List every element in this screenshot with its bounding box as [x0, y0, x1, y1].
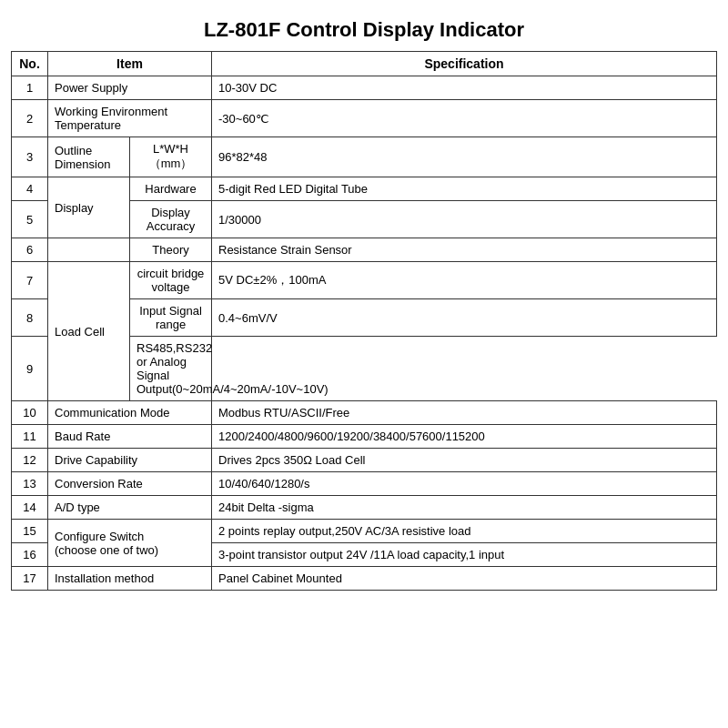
cell-item: A/D type	[48, 496, 212, 520]
cell-spec: 3-point transistor output 24V /11A load …	[212, 543, 717, 567]
page-wrapper: LZ-801F Control Display Indicator No. It…	[0, 0, 728, 600]
cell-no: 13	[12, 472, 48, 496]
cell-no: 6	[12, 238, 48, 262]
cell-item: Outline Dimension	[48, 137, 130, 177]
cell-no: 15	[12, 520, 48, 543]
cell-spec: 5-digit Red LED Digital Tube	[212, 177, 717, 201]
cell-spec: Modbus RTU/ASCII/Free	[212, 401, 717, 425]
cell-item: Configure Switch (choose one of two)	[48, 520, 212, 567]
header-item: Item	[48, 52, 212, 76]
cell-no: 1	[12, 76, 48, 100]
table-row: 1Power Supply10-30V DC	[12, 76, 717, 100]
cell-item: Load Cell	[48, 262, 130, 401]
table-row: 11Baud Rate1200/2400/4800/9600/19200/384…	[12, 425, 717, 449]
cell-no: 9	[12, 337, 48, 401]
table-row: 10Communication ModeModbus RTU/ASCII/Fre…	[12, 401, 717, 425]
cell-no: 10	[12, 401, 48, 425]
cell-sub: Display Accuracy	[130, 201, 212, 238]
cell-sub: Theory	[130, 238, 212, 262]
table-row: 3Outline DimensionL*W*H（mm）96*82*48	[12, 137, 717, 177]
cell-no: 17	[12, 567, 48, 591]
cell-sub: Input Signal range	[130, 299, 212, 337]
cell-no: 16	[12, 543, 48, 567]
cell-item: Communication Mode	[48, 401, 212, 425]
cell-spec: Drives 2pcs 350Ω Load Cell	[212, 449, 717, 472]
cell-spec: 24bit Delta -sigma	[212, 496, 717, 520]
cell-sub: circuit bridge voltage	[130, 262, 212, 299]
table-row: 15Configure Switch (choose one of two)2 …	[12, 520, 717, 543]
cell-spec: 1200/2400/4800/9600/19200/38400/57600/11…	[212, 425, 717, 449]
cell-no: 2	[12, 100, 48, 137]
cell-no: 14	[12, 496, 48, 520]
table-row: 2Working Environment Temperature-30~60℃	[12, 100, 717, 137]
cell-spec: RS485,RS232 or Analog Signal Output(0~20…	[130, 337, 212, 401]
table-row: 14A/D type24bit Delta -sigma	[12, 496, 717, 520]
cell-item: Installation method	[48, 567, 212, 591]
cell-item: Baud Rate	[48, 425, 212, 449]
table-row: 13Conversion Rate10/40/640/1280/s	[12, 472, 717, 496]
page-title: LZ-801F Control Display Indicator	[11, 9, 717, 51]
cell-no: 5	[12, 201, 48, 238]
spec-table: No. Item Specification 1Power Supply10-3…	[11, 51, 717, 591]
cell-spec: 96*82*48	[212, 137, 717, 177]
table-row: 7Load Cellcircuit bridge voltage5V DC±2%…	[12, 262, 717, 299]
table-row: 4DisplayHardware5-digit Red LED Digital …	[12, 177, 717, 201]
table-row: 17Installation methodPanel Cabinet Mount…	[12, 567, 717, 591]
header-no: No.	[12, 52, 48, 76]
cell-no: 3	[12, 137, 48, 177]
cell-item	[48, 238, 130, 262]
cell-item: Power Supply	[48, 76, 212, 100]
cell-sub: Hardware	[130, 177, 212, 201]
cell-spec: -30~60℃	[212, 100, 717, 137]
cell-no: 7	[12, 262, 48, 299]
cell-spec: 10/40/640/1280/s	[212, 472, 717, 496]
cell-spec: 5V DC±2%，100mA	[212, 262, 717, 299]
cell-sub: L*W*H（mm）	[130, 137, 212, 177]
cell-no: 11	[12, 425, 48, 449]
cell-no: 12	[12, 449, 48, 472]
table-row: 12Drive CapabilityDrives 2pcs 350Ω Load …	[12, 449, 717, 472]
cell-spec: 10-30V DC	[212, 76, 717, 100]
cell-spec: Resistance Strain Sensor	[212, 238, 717, 262]
table-row: 6TheoryResistance Strain Sensor	[12, 238, 717, 262]
cell-spec: 1/30000	[212, 201, 717, 238]
cell-item: Conversion Rate	[48, 472, 212, 496]
cell-no: 4	[12, 177, 48, 201]
cell-item: Working Environment Temperature	[48, 100, 212, 137]
cell-item: Drive Capability	[48, 449, 212, 472]
cell-spec: 2 points replay output,250V AC/3A resist…	[212, 520, 717, 543]
cell-spec: Panel Cabinet Mounted	[212, 567, 717, 591]
cell-item: Display	[48, 177, 130, 238]
header-spec: Specification	[212, 52, 717, 76]
cell-spec: 0.4~6mV/V	[212, 299, 717, 337]
cell-no: 8	[12, 299, 48, 337]
